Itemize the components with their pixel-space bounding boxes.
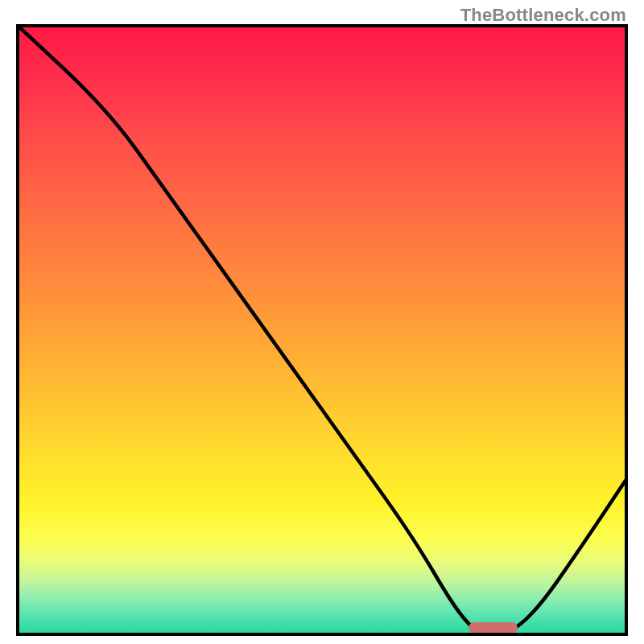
optimal-range-marker [469, 622, 518, 634]
chart-frame [16, 24, 628, 636]
chart-background-gradient [16, 24, 628, 636]
watermark-text: TheBottleneck.com [460, 5, 626, 26]
